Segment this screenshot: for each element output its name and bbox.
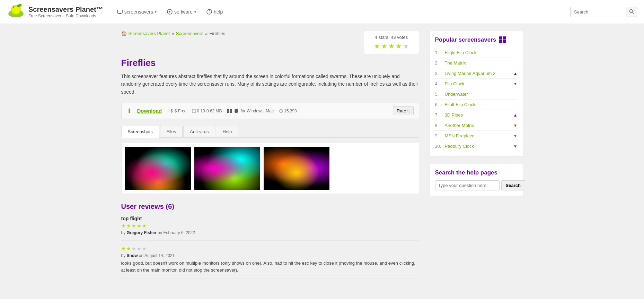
popular-item-8: 8. Another Matrix ▼ [435,120,518,131]
rev1-star2: ★ [126,223,131,229]
nav-software[interactable]: software ▾ [167,9,196,15]
nav-help-label: help [214,9,223,15]
breadcrumb-current: Fireflies [209,31,225,36]
help-search-button[interactable]: Search [501,180,525,190]
review-1: top flight ★ ★ ★ ★ ★ by Gregory Fisher o… [121,216,419,241]
description: This screensaver features abstract firef… [121,72,419,96]
nav-screensavers[interactable]: screensavers ▾ [117,9,157,15]
downloads-label: 15,393 [279,109,297,113]
svg-line-23 [281,111,282,111]
popular-link-9[interactable]: MSN Fireplace [445,133,511,138]
popular-link-6[interactable]: FlipIt Flip Clock [445,102,518,107]
trend-up-icon-3: ▲ [513,71,518,76]
popular-screensavers-section: Popular screensavers 1. Fliqlo Flip Cloc… [430,31,523,157]
screenshot-1[interactable] [125,147,191,190]
star-3: ★ [388,42,395,50]
review-2-date: August 14, 2021 [144,253,175,258]
site-title: Screensavers Planet™ [28,6,103,14]
rev1-star1: ★ [121,223,126,229]
svg-text:?: ? [208,10,210,14]
tab-files[interactable]: Files [160,126,183,137]
popular-link-8[interactable]: Another Matrix [445,123,511,128]
review-1-stars: ★ ★ ★ ★ ★ [121,223,419,229]
screenshot-3[interactable] [264,147,329,190]
platforms-label: for Windows, Mac [227,109,274,113]
main-nav: screensavers ▾ software ▾ ? help [117,9,223,15]
search-input[interactable] [571,8,626,16]
popular-list: 1. Fliqlo Flip Clock 2. The Matrix 3. Li… [435,48,518,151]
dollar-icon: $ [170,109,173,113]
rev2-star3: ★ [132,246,136,251]
download-link[interactable]: Download [137,108,162,114]
chevron-down-icon: ▾ [155,10,157,14]
popular-link-1[interactable]: Fliqlo Flip Clock [445,50,518,55]
size-label: 0.13-0.62 MB [192,109,222,113]
review-2-meta: by Snow on August 14, 2021 [121,253,419,258]
help-search-title: Search the help pages [435,169,518,176]
tab-help[interactable]: Help [216,126,238,137]
rating-box: 4 stars, 43 votes ★ ★ ★ ★ ★ [364,31,419,54]
nav-help[interactable]: ? help [206,9,223,15]
tab-screenshots[interactable]: Screenshots [121,126,159,138]
help-search-section: Search the help pages Search [430,164,523,196]
price-label: $ $ Free [170,109,186,113]
popular-rank-7: 7. [435,112,442,118]
windows-icon [227,109,232,113]
popular-rank-1: 1. [435,50,442,55]
popular-link-7[interactable]: 3D Pipes [445,112,511,118]
popular-item-9: 9. MSN Fireplace ▼ [435,131,518,141]
svg-rect-20 [230,111,232,113]
popular-link-3[interactable]: Living Marine Aquarium 2 [445,71,511,76]
nav-screensavers-label: screensavers [124,9,153,15]
rate-it-button[interactable]: Rate it [393,106,414,115]
popular-link-10[interactable]: Padbury Clock [445,144,511,149]
trend-up-icon-7: ▲ [513,113,518,118]
trend-down-icon-10: ▼ [513,144,518,149]
breadcrumb-home-link[interactable]: Screensavers Planet [129,31,170,36]
screenshot-2[interactable] [194,147,260,190]
search-icon [629,9,634,14]
screenshots-panel [121,143,419,194]
popular-title: Popular screensavers [435,36,518,43]
breadcrumb-screensavers-link[interactable]: Screensavers [176,31,203,36]
breadcrumb: 🏠 Screensavers Planet » Screensavers » F… [121,31,225,36]
search-button[interactable] [626,7,637,17]
svg-rect-24 [499,36,502,40]
reviews-title: User reviews (6) [121,203,419,211]
logo[interactable]: Screensavers Planet™ Free Screensavers. … [7,3,103,21]
popular-item-6: 6. FlipIt Flip Clock [435,100,518,110]
svg-rect-25 [503,36,506,40]
rev2-star1: ★ [121,246,126,251]
popular-item-5: 5. Underwater [435,89,518,100]
help-search-bar: Search [435,180,518,190]
review-1-date: February 6, 2022 [164,230,195,235]
header-search [570,7,637,17]
header: Screensavers Planet™ Free Screensavers. … [0,0,644,24]
popular-item-4: 4. Flip Clock ▼ [435,79,518,89]
popular-link-2[interactable]: The Matrix [445,60,518,66]
tab-antivirus[interactable]: Anti-virus [183,126,215,137]
star-1: ★ [374,42,380,50]
svg-point-14 [630,9,633,12]
stars: ★ ★ ★ ★ ★ [371,42,412,50]
sidebar: Popular screensavers 1. Fliqlo Flip Cloc… [430,31,523,284]
rev1-star5: ★ [142,223,147,229]
popular-rank-6: 6. [435,102,442,107]
star-2: ★ [381,42,387,50]
svg-rect-26 [499,40,502,43]
rev1-star3: ★ [132,223,136,229]
help-search-input[interactable] [435,180,500,190]
review-2-text: looks good, but doesn't work on multiple… [121,260,419,273]
rating-label: 4 stars, 43 votes [371,35,412,40]
chevron-down-icon-2: ▾ [194,10,196,14]
popular-link-5[interactable]: Underwater [445,92,518,97]
main-content: 🏠 Screensavers Planet » Screensavers » F… [121,31,419,284]
site-subtitle: Free Screensavers. Safe Downloads. [28,14,103,18]
popular-rank-5: 5. [435,92,442,97]
svg-rect-16 [192,109,196,113]
review-1-meta: by Gregory Fisher on February 6, 2022 [121,230,419,235]
rev2-star5: ★ [142,246,147,251]
popular-link-4[interactable]: Flip Clock [445,81,511,86]
popular-item-2: 2. The Matrix [435,58,518,68]
apple-icon [234,109,238,113]
